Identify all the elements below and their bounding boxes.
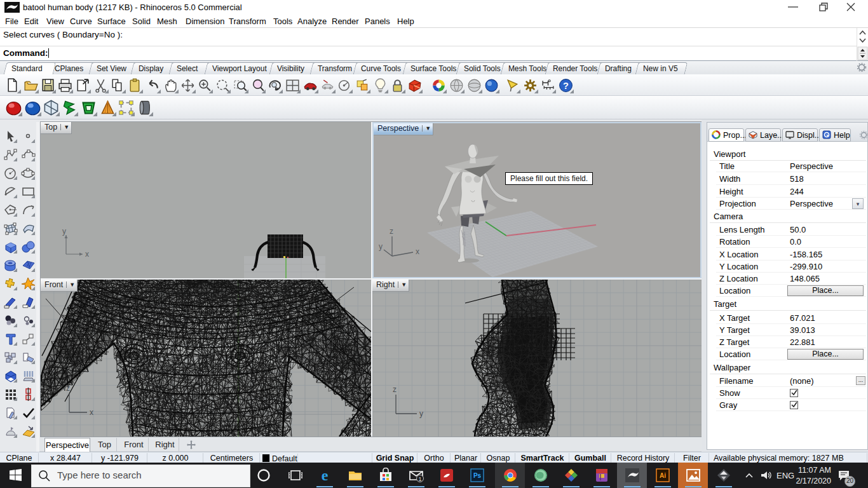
- svg-text:y: y: [62, 227, 66, 236]
- svg-text:y: y: [379, 242, 383, 251]
- svg-text:?: ?: [563, 81, 569, 91]
- svg-text:y: y: [419, 409, 423, 418]
- svg-text:x: x: [85, 250, 89, 259]
- svg-text:x: x: [90, 408, 93, 417]
- svg-text:e: e: [322, 468, 329, 483]
- svg-text:Ps: Ps: [473, 472, 482, 479]
- svg-text:Ai: Ai: [660, 472, 666, 479]
- svg-text:1: 1: [418, 476, 421, 482]
- svg-text:z: z: [390, 227, 393, 236]
- svg-text:z: z: [66, 384, 70, 393]
- svg-text:x: x: [416, 247, 419, 256]
- svg-text:z: z: [393, 385, 397, 394]
